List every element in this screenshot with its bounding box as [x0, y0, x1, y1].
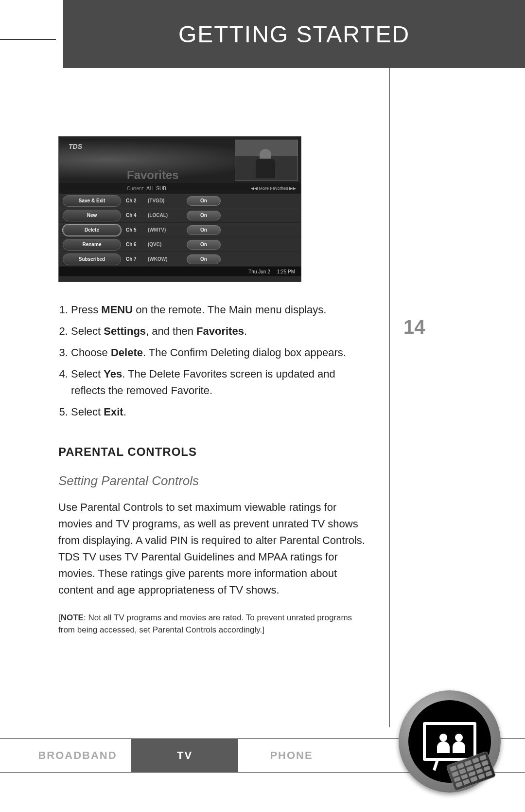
channel-number: Ch 7 — [126, 256, 148, 262]
pip-person-body — [256, 159, 275, 178]
step-text: Select — [71, 325, 104, 337]
step-bold: Yes — [104, 368, 122, 380]
footer-time: 1:25 PM — [277, 269, 295, 274]
note-body: : Not all TV programs and movies are rat… — [58, 613, 352, 634]
step-text: Select — [71, 368, 104, 380]
step-bold: Delete — [111, 346, 143, 359]
favorites-screenshot: TDS Favorites Current: ALL SUB ◀◀ More F… — [58, 136, 301, 282]
step-4: Select Yes. The Delete Favorites screen … — [71, 366, 369, 399]
person-icon — [439, 734, 447, 741]
step-text: . — [123, 406, 126, 418]
tv-stand-icon — [433, 758, 439, 771]
step-bold: Exit — [104, 406, 123, 418]
icon-inner-circle — [408, 700, 491, 783]
tv-screen-icon — [423, 722, 476, 761]
instruction-steps: Press MENU on the remote. The Main menu … — [58, 302, 369, 421]
save-exit-button[interactable]: Save & Exit — [63, 195, 121, 207]
channel-number: Ch 4 — [126, 213, 148, 218]
footer-date: Thu Jun 2 — [248, 269, 270, 274]
channel-number: Ch 5 — [126, 227, 148, 233]
page-title: GETTING STARTED — [178, 21, 410, 48]
new-button[interactable]: New — [63, 210, 121, 221]
table-row: New Ch 4 (LOCAL) On — [59, 208, 301, 223]
person-icon — [455, 734, 463, 741]
current-label: Current: — [127, 186, 144, 191]
channel-call: (TVGD) — [148, 198, 187, 203]
section-heading: PARENTAL CONTROLS — [58, 445, 369, 459]
subscribed-button[interactable]: Subscribed — [63, 253, 121, 265]
body-paragraph: Use Parental Controls to set maximum vie… — [58, 499, 369, 599]
tab-phone[interactable]: PHONE — [238, 739, 345, 772]
channel-call: (QVC) — [148, 242, 187, 247]
subsection-heading: Setting Parental Controls — [58, 473, 369, 488]
step-text: Press — [71, 304, 101, 316]
step-text: Choose — [71, 346, 111, 359]
screenshot-footer: Thu Jun 2 1:25 PM — [59, 267, 301, 276]
favorites-rows: Save & Exit Ch 2 (TVGD) On New Ch 4 (LOC… — [59, 194, 301, 267]
channel-call: (WMTV) — [148, 227, 187, 233]
on-toggle[interactable]: On — [187, 254, 221, 264]
channel-number: Ch 2 — [126, 198, 148, 203]
channel-call: (LOCAL) — [148, 213, 187, 218]
vertical-rule — [389, 68, 390, 727]
current-value: ALL SUB — [146, 186, 166, 191]
header-banner: GETTING STARTED — [63, 0, 525, 68]
step-text: . The Confirm Deleting dialog box appear… — [143, 346, 346, 359]
step-3: Choose Delete. The Confirm Deleting dial… — [71, 344, 369, 361]
tab-tv[interactable]: TV — [131, 739, 238, 772]
step-text: on the remote. The Main menu displays. — [133, 304, 326, 316]
step-5: Select Exit. — [71, 404, 369, 420]
step-bold: Favorites — [196, 325, 244, 337]
step-text: Select — [71, 406, 104, 418]
channel-call: (WKOW) — [148, 256, 187, 262]
note-text: [NOTE: Not all TV programs and movies ar… — [58, 612, 369, 636]
table-row: Save & Exit Ch 2 (TVGD) On — [59, 194, 301, 208]
main-content: TDS Favorites Current: ALL SUB ◀◀ More F… — [58, 136, 369, 636]
step-bold: MENU — [101, 304, 133, 316]
step-2: Select Settings, and then Favorites. — [71, 323, 369, 340]
tab-broadband[interactable]: BROADBAND — [24, 739, 131, 772]
tds-logo: TDS — [69, 143, 82, 150]
step-text: . — [244, 325, 247, 337]
table-row: Rename Ch 6 (QVC) On — [59, 237, 301, 252]
table-row: Subscribed Ch 7 (WKOW) On — [59, 252, 301, 267]
page-number: 14 — [403, 316, 425, 338]
header-accent-line — [0, 39, 56, 40]
step-1: Press MENU on the remote. The Main menu … — [71, 302, 369, 318]
rename-button[interactable]: Rename — [63, 239, 121, 251]
person-body-icon — [437, 741, 450, 753]
on-toggle[interactable]: On — [187, 211, 221, 220]
step-bold: Settings — [104, 325, 146, 337]
note-label: NOTE — [61, 613, 84, 622]
step-text: , and then — [146, 325, 196, 337]
screenshot-top: TDS Favorites — [59, 137, 301, 183]
current-bar: Current: ALL SUB ◀◀ More Favorites ▶▶ — [59, 183, 301, 194]
pip-scene — [235, 140, 298, 180]
channel-number: Ch 6 — [126, 242, 148, 247]
on-toggle[interactable]: On — [187, 196, 221, 206]
on-toggle[interactable]: On — [187, 240, 221, 250]
more-favorites-label: ◀◀ More Favorites ▶▶ — [251, 186, 296, 191]
icon-outer-ring — [399, 690, 501, 793]
on-toggle[interactable]: On — [187, 225, 221, 235]
favorites-title: Favorites — [127, 168, 179, 182]
delete-button[interactable]: Delete — [63, 224, 121, 236]
tv-section-icon — [399, 690, 501, 793]
table-row: Delete Ch 5 (WMTV) On — [59, 223, 301, 237]
picture-in-picture — [235, 140, 298, 181]
person-body-icon — [453, 741, 465, 753]
